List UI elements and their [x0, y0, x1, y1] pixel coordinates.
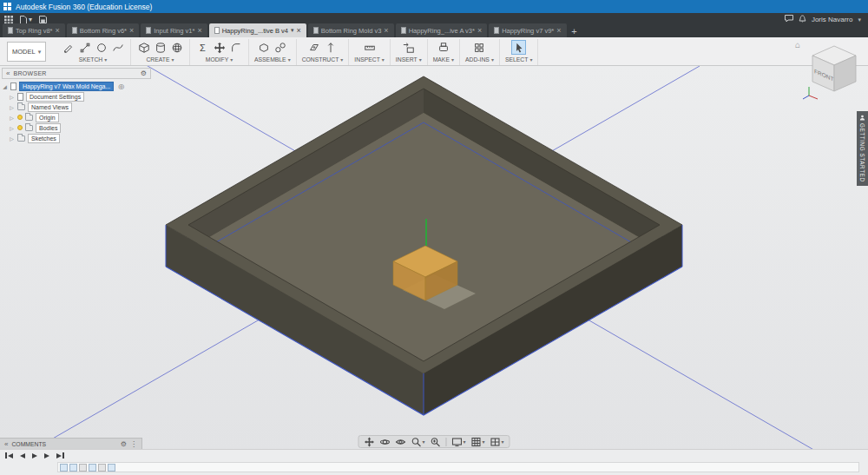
- assemble-menu[interactable]: ASSEMBLE▾: [254, 56, 291, 63]
- mold-body[interactable]: [166, 76, 682, 415]
- step-back-button[interactable]: [20, 453, 25, 459]
- timeline-feature-icon[interactable]: [79, 464, 87, 472]
- zoom-tool-icon[interactable]: [430, 437, 440, 447]
- expand-icon[interactable]: ▷: [9, 115, 15, 121]
- workspace-selector[interactable]: MODEL ▾: [7, 42, 46, 62]
- timeline-feature-icon[interactable]: [108, 464, 115, 472]
- pan-tool-icon[interactable]: [364, 437, 374, 447]
- save-button[interactable]: [39, 16, 47, 23]
- new-tab-button[interactable]: +: [569, 25, 581, 37]
- move-tool-icon[interactable]: [212, 40, 227, 55]
- construct-menu[interactable]: CONSTRUCT▾: [302, 56, 344, 63]
- tab-happyring-v7[interactable]: HappyRing v7 v9* ×: [489, 23, 566, 37]
- expand-icon[interactable]: ▷: [9, 104, 15, 110]
- add-ins-icon[interactable]: [472, 40, 487, 55]
- file-menu-button[interactable]: ▾: [20, 16, 32, 24]
- close-tab-icon[interactable]: ×: [556, 27, 561, 34]
- sphere-tool-icon[interactable]: [169, 40, 184, 55]
- timeline-feature-icon[interactable]: [60, 464, 68, 472]
- viewports-icon[interactable]: ▾: [490, 437, 504, 447]
- visibility-bulb-icon[interactable]: [17, 125, 23, 130]
- cylinder-tool-icon[interactable]: [153, 40, 168, 55]
- close-tab-icon[interactable]: ×: [384, 27, 388, 34]
- sketch-menu[interactable]: SKETCH▾: [79, 56, 108, 63]
- tab-input-ring[interactable]: Input Ring v1* ×: [141, 23, 207, 37]
- browser-item-sketches[interactable]: ▷ Sketches: [9, 133, 151, 143]
- go-to-start-button[interactable]: [5, 452, 13, 459]
- make-menu[interactable]: MAKE▾: [433, 56, 454, 63]
- orbit-tool-icon[interactable]: [379, 437, 390, 447]
- circle-tool-icon[interactable]: [94, 40, 108, 55]
- browser-item-named-views[interactable]: ▷ Named Views: [9, 102, 151, 112]
- timeline-feature-icon[interactable]: [69, 464, 77, 472]
- create-menu[interactable]: CREATE▾: [146, 56, 174, 63]
- collapse-browser-icon[interactable]: «: [6, 69, 10, 77]
- expand-icon[interactable]: ▷: [9, 135, 15, 142]
- getting-started-tab[interactable]: GETTING STARTED: [857, 111, 868, 186]
- new-component-icon[interactable]: [257, 40, 272, 55]
- step-forward-button[interactable]: [44, 453, 49, 459]
- tab-bottom-ring-mold[interactable]: Bottom Ring Mold v3 ×: [308, 23, 394, 37]
- data-panel-toggle-icon[interactable]: [4, 16, 13, 24]
- comments-bar[interactable]: « COMMENTS ⚙ ⋮: [0, 438, 142, 449]
- tab-top-ring[interactable]: Top Ring v8* ×: [3, 23, 65, 37]
- construction-plane-icon[interactable]: [307, 40, 322, 55]
- expand-root-icon[interactable]: ◢: [2, 83, 8, 89]
- tab-happyring-negative-b-active[interactable]: HappyRing_...tive B v4 ▾ ×: [209, 23, 306, 37]
- inspect-menu[interactable]: INSPECT▾: [354, 56, 384, 63]
- notifications-icon[interactable]: [799, 15, 806, 24]
- home-view-icon[interactable]: ⌂: [795, 40, 800, 49]
- select-tool-icon[interactable]: [511, 40, 526, 55]
- look-at-icon[interactable]: [395, 437, 405, 447]
- tab-bottom-ring[interactable]: Bottom Ring v6* ×: [67, 23, 139, 37]
- spline-tool-icon[interactable]: [110, 40, 125, 55]
- user-menu-caret-icon[interactable]: ▾: [858, 16, 861, 23]
- comments-grip-icon: ⋮: [130, 440, 137, 448]
- close-tab-icon[interactable]: ×: [296, 27, 300, 34]
- timeline-track[interactable]: [57, 462, 859, 472]
- display-settings-icon[interactable]: ▾: [451, 437, 465, 447]
- browser-settings-gear-icon[interactable]: ⚙: [141, 69, 147, 77]
- insert-menu[interactable]: INSERT▾: [396, 56, 422, 63]
- box-tool-icon[interactable]: [136, 40, 151, 55]
- add-ins-menu[interactable]: ADD-INS▾: [465, 56, 494, 63]
- browser-item-bodies[interactable]: ▷ Bodies: [9, 122, 151, 133]
- tab-happyring-negative-a[interactable]: HappyRing_...ive A v3* ×: [396, 23, 488, 37]
- parameters-icon[interactable]: Σ: [195, 40, 210, 55]
- viewport-canvas[interactable]: « BROWSER ⚙ ◢ HappyRing v7 Wax Mold Nega…: [0, 66, 868, 449]
- close-tab-icon[interactable]: ×: [129, 27, 134, 34]
- measure-tool-icon[interactable]: [362, 40, 377, 55]
- zoom-window-icon[interactable]: ▾: [411, 437, 424, 447]
- browser-item-document-settings[interactable]: ▷ Document Settings: [9, 91, 151, 102]
- modify-menu[interactable]: MODIFY▾: [206, 56, 233, 63]
- line-tool-icon[interactable]: [77, 40, 92, 55]
- comments-icon[interactable]: [785, 15, 793, 24]
- close-tab-icon[interactable]: ×: [197, 27, 201, 34]
- expand-comments-icon[interactable]: «: [4, 440, 8, 448]
- browser-item-origin[interactable]: ▷ Origin: [9, 112, 151, 122]
- root-component-label[interactable]: HappyRing v7 Wax Mold Nega...: [19, 82, 114, 91]
- comments-settings-gear-icon[interactable]: ⚙: [121, 440, 127, 448]
- timeline-feature-icon[interactable]: [98, 464, 106, 472]
- joint-tool-icon[interactable]: [273, 40, 288, 55]
- grid-settings-icon[interactable]: ▾: [471, 437, 485, 447]
- view-cube[interactable]: ⌂ FRONT: [795, 40, 863, 101]
- select-menu[interactable]: SELECT▾: [505, 56, 532, 63]
- make-3d-print-icon[interactable]: [436, 40, 450, 55]
- go-to-end-button[interactable]: [56, 452, 64, 459]
- user-name[interactable]: Joris Navarro: [812, 16, 853, 23]
- construction-axis-icon[interactable]: [324, 40, 339, 55]
- create-sketch-icon[interactable]: [61, 40, 76, 55]
- insert-icon[interactable]: [401, 40, 416, 55]
- close-tab-icon[interactable]: ×: [477, 27, 482, 34]
- expand-icon[interactable]: ▷: [9, 125, 15, 131]
- play-button[interactable]: [32, 453, 37, 459]
- activate-component-icon[interactable]: ◎: [118, 82, 124, 90]
- browser-root-item[interactable]: ◢ HappyRing v7 Wax Mold Nega... ◎: [2, 81, 151, 91]
- tab-menu-caret-icon[interactable]: ▾: [291, 27, 294, 34]
- fillet-tool-icon[interactable]: [228, 40, 243, 55]
- expand-icon[interactable]: ▷: [9, 94, 15, 100]
- visibility-bulb-icon[interactable]: [17, 115, 23, 120]
- timeline-feature-icon[interactable]: [89, 464, 96, 472]
- close-tab-icon[interactable]: ×: [56, 27, 60, 34]
